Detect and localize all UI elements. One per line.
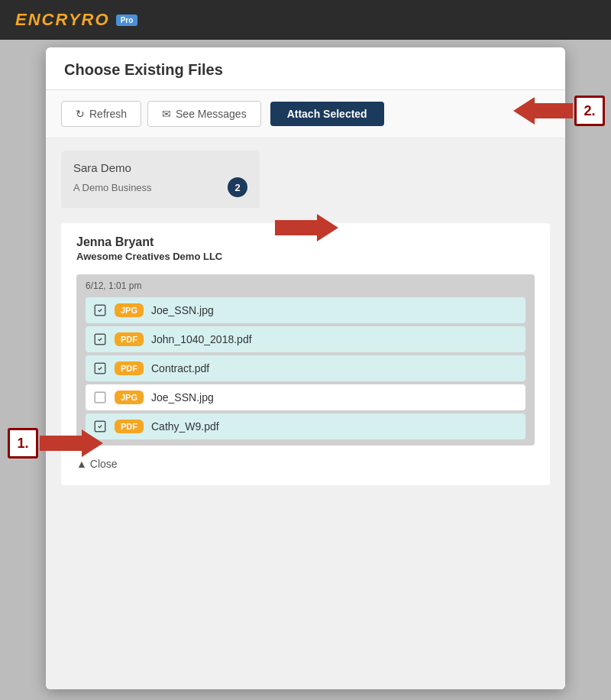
arrow-1-shape bbox=[40, 429, 103, 457]
annotation-1-label: 1. bbox=[8, 428, 38, 459]
file-item-3[interactable]: PDF Contract.pdf bbox=[86, 355, 525, 381]
annotation-badge-arrow bbox=[275, 214, 338, 241]
file-item-1[interactable]: JPG Joe_SSN.jpg bbox=[86, 297, 525, 323]
modal-overlay: Choose Existing Files ↻ Refresh ✉ See Me… bbox=[0, 40, 611, 700]
refresh-label: Refresh bbox=[89, 108, 127, 120]
modal-header: Choose Existing Files bbox=[46, 47, 565, 90]
arrow-badge-body bbox=[275, 220, 317, 235]
page-container: ENCRYRO Pro Choose Existing Files ↻ Refr… bbox=[0, 0, 611, 700]
arrow-2-shape bbox=[513, 97, 573, 125]
conversation-block: Jenna Bryant Awesome Creatives Demo LLC … bbox=[61, 223, 550, 485]
arrow-badge-head bbox=[317, 214, 338, 241]
contact-card-sara[interactable]: Sara Demo A Demo Business 2 bbox=[61, 151, 260, 208]
check-icon-2 bbox=[93, 332, 107, 346]
contact-count-badge: 2 bbox=[228, 177, 247, 197]
see-messages-button[interactable]: ✉ See Messages bbox=[147, 101, 261, 127]
file-name-5: Cathy_W9.pdf bbox=[151, 420, 219, 433]
attach-selected-button[interactable]: Attach Selected bbox=[270, 102, 384, 126]
file-name-1: Joe_SSN.jpg bbox=[151, 304, 214, 316]
file-group-date: 6/12, 1:01 pm bbox=[86, 280, 525, 291]
check-icon-1 bbox=[93, 303, 107, 317]
file-group: 6/12, 1:01 pm JPG Joe_SSN.jpg bbox=[76, 274, 535, 446]
close-link[interactable]: ▲ Close bbox=[76, 458, 535, 470]
file-name-2: John_1040_2018.pdf bbox=[151, 333, 252, 345]
attach-label: Attach Selected bbox=[287, 108, 367, 120]
file-item-2[interactable]: PDF John_1040_2018.pdf bbox=[86, 326, 525, 352]
svg-rect-3 bbox=[95, 392, 105, 403]
toolbar: ↻ Refresh ✉ See Messages Attach Selected bbox=[46, 90, 565, 138]
annotation-2: 2. bbox=[513, 96, 605, 126]
annotation-1: 1. bbox=[8, 428, 103, 459]
arrow-head-left bbox=[513, 97, 535, 125]
modal-title: Choose Existing Files bbox=[64, 61, 547, 79]
refresh-button[interactable]: ↻ Refresh bbox=[61, 101, 141, 127]
file-name-4: Joe_SSN.jpg bbox=[151, 391, 214, 403]
pro-badge: Pro bbox=[116, 15, 138, 26]
modal: Choose Existing Files ↻ Refresh ✉ See Me… bbox=[46, 47, 565, 689]
close-label: Close bbox=[90, 458, 118, 470]
file-type-pdf-3: PDF bbox=[115, 361, 144, 375]
refresh-icon: ↻ bbox=[76, 108, 85, 120]
messages-icon: ✉ bbox=[162, 108, 171, 120]
top-bar: ENCRYRO Pro bbox=[0, 0, 611, 40]
file-type-pdf-2: PDF bbox=[115, 332, 144, 346]
check-icon-3 bbox=[93, 361, 107, 375]
file-item-5[interactable]: PDF Cathy_W9.pdf bbox=[86, 413, 525, 439]
file-type-jpg-4: JPG bbox=[115, 391, 144, 404]
file-type-pdf-5: PDF bbox=[115, 420, 144, 433]
check-icon-4 bbox=[93, 391, 107, 404]
annotation-2-label: 2. bbox=[574, 96, 605, 126]
messages-label: See Messages bbox=[176, 108, 247, 120]
logo: ENCRYRO bbox=[15, 10, 110, 30]
contact-name-sara: Sara Demo bbox=[73, 161, 247, 174]
chevron-up-icon: ▲ bbox=[76, 458, 87, 470]
file-item-4[interactable]: JPG Joe_SSN.jpg bbox=[86, 384, 525, 410]
conv-business: Awesome Creatives Demo LLC bbox=[76, 251, 535, 262]
file-name-3: Contract.pdf bbox=[151, 362, 209, 374]
file-type-jpg-1: JPG bbox=[115, 303, 144, 317]
contact-business-sara: A Demo Business bbox=[73, 182, 152, 193]
